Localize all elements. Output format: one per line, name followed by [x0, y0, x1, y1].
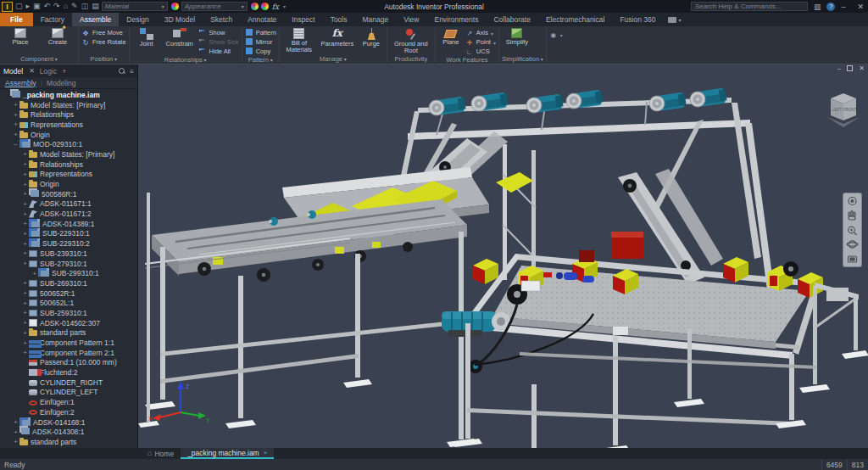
- tree-item[interactable]: +SUB-259310:1: [0, 308, 137, 318]
- tree-expand-toggle[interactable]: +: [31, 270, 38, 277]
- bill-of-materials-button[interactable]: Bill of Materials: [282, 27, 316, 53]
- tree-expand-toggle[interactable]: +: [21, 349, 29, 356]
- tree-item[interactable]: +SUB-229310:2: [0, 238, 137, 249]
- undo-icon[interactable]: ↶: [44, 1, 51, 12]
- tree-item[interactable]: +ADSK-011671:2: [0, 209, 137, 219]
- menu-icon[interactable]: ≡: [130, 67, 134, 76]
- clear-sphere-icon[interactable]: [261, 3, 269, 10]
- ribbon-tab-fusion-360[interactable]: Fusion 360: [612, 13, 663, 26]
- tree-item[interactable]: +500652L:1: [0, 298, 137, 308]
- close-button[interactable]: ✕: [857, 2, 864, 12]
- search-input[interactable]: [691, 2, 808, 11]
- tab-model[interactable]: Model: [3, 67, 23, 76]
- tree-item[interactable]: CYLINDER_RIGHT: [0, 378, 137, 388]
- show-sick-button[interactable]: Show Sick: [198, 38, 239, 47]
- appearance-dropdown[interactable]: Appearance ▾: [181, 2, 248, 11]
- new-file-icon[interactable]: ▢: [15, 1, 23, 12]
- tree-item[interactable]: +Model States: [Primary]: [0, 149, 137, 159]
- tree-expand-toggle[interactable]: +: [21, 181, 29, 188]
- tree-item[interactable]: +ADSK-011671:1: [0, 199, 137, 210]
- ground-and-root-button[interactable]: Ground and Root: [390, 27, 432, 54]
- subtab-assembly[interactable]: Assembly: [5, 79, 36, 87]
- tree-expand-toggle[interactable]: +: [12, 418, 19, 426]
- tree-item[interactable]: +500652R:1: [0, 288, 137, 299]
- tree-item[interactable]: Einfügen:1: [0, 397, 137, 407]
- create-button[interactable]: Create: [40, 27, 75, 46]
- tree-expand-toggle[interactable]: +: [12, 438, 19, 445]
- tree-expand-toggle[interactable]: +: [21, 249, 29, 257]
- tree-item[interactable]: +Component Pattern 2:1: [0, 348, 137, 358]
- minimize-button[interactable]: –: [841, 2, 845, 12]
- tree-expand-toggle[interactable]: −: [12, 141, 19, 148]
- ribbon-tab-3d-model[interactable]: 3D Model: [157, 13, 203, 26]
- home-icon[interactable]: ⌂: [64, 1, 68, 12]
- tree-item[interactable]: +Component Pattern 1:1: [0, 338, 137, 348]
- show-button[interactable]: Show: [198, 29, 239, 37]
- ribbon-tab-manage[interactable]: Manage: [354, 13, 396, 26]
- doc-minimize-button[interactable]: –: [837, 64, 841, 73]
- work-features-group-footer[interactable]: Work Features: [438, 56, 496, 64]
- tab-home[interactable]: ⌂Home: [141, 448, 181, 459]
- tree-item[interactable]: +Relationships: [0, 159, 137, 170]
- tree-expand-toggle[interactable]: +: [21, 260, 29, 267]
- place-button[interactable]: Place: [3, 27, 38, 46]
- measure-icon[interactable]: ◫: [81, 1, 89, 12]
- tree-expand-toggle[interactable]: +: [12, 428, 19, 436]
- tree-item[interactable]: CYLINDER_LEFT: [0, 388, 137, 398]
- tree-expand-toggle[interactable]: +: [21, 309, 29, 316]
- redo-icon[interactable]: ↷: [53, 1, 60, 12]
- ribbon-tab-tools[interactable]: Tools: [323, 13, 355, 26]
- open-file-icon[interactable]: ▸: [26, 1, 31, 12]
- ucs-button[interactable]: ∟UCS: [465, 48, 496, 56]
- ribbon-tab-file[interactable]: File: [0, 13, 33, 26]
- axis-button[interactable]: ↗Axis▾: [465, 29, 496, 37]
- tree-item[interactable]: +ADSK-014389:1: [0, 219, 137, 229]
- free-rotate-button[interactable]: ↻Free Rotate: [81, 38, 126, 47]
- tab-active-document[interactable]: _packing machine.iam×: [181, 448, 274, 459]
- ribbon-tab-sketch[interactable]: Sketch: [203, 13, 240, 26]
- tree-item[interactable]: _packing machine.iam: [0, 90, 137, 100]
- pattern-group-footer[interactable]: Pattern: [245, 56, 276, 64]
- tree-item[interactable]: +SUB-279310:1: [0, 259, 137, 269]
- parameters-button[interactable]: Parameters: [318, 27, 357, 48]
- webcam-addin-icon[interactable]: ▾: [668, 13, 681, 26]
- tree-expand-toggle[interactable]: +: [21, 150, 29, 158]
- tree-item[interactable]: +ADSK-014168:1: [0, 417, 137, 428]
- ribbon-tab-inspect[interactable]: Inspect: [284, 13, 322, 26]
- tree-expand-toggle[interactable]: +: [21, 230, 29, 238]
- tree-expand-toggle[interactable]: +: [21, 171, 29, 178]
- purge-button[interactable]: Purge: [359, 27, 384, 48]
- tree-expand-toggle[interactable]: +: [21, 220, 29, 227]
- pattern-button[interactable]: Pattern: [245, 29, 276, 37]
- ribbon-tab-design[interactable]: Design: [119, 13, 156, 26]
- tree-item[interactable]: +Representations: [0, 170, 137, 180]
- subtab-modeling[interactable]: Modeling: [47, 79, 76, 87]
- tree-item[interactable]: Einfügen:2: [0, 407, 137, 417]
- tree-item[interactable]: +500586R:1: [0, 189, 137, 199]
- tab-logic[interactable]: Logic: [40, 67, 57, 76]
- tree-expand-toggle[interactable]: +: [21, 240, 29, 248]
- tree-expand-toggle[interactable]: +: [21, 319, 29, 327]
- tree-expand-toggle[interactable]: +: [21, 200, 29, 208]
- qat-customize-chevron-icon[interactable]: ▾: [283, 3, 286, 9]
- tree-item[interactable]: +Origin: [0, 179, 137, 189]
- color-sphere-icon[interactable]: [171, 3, 179, 10]
- close-icon[interactable]: ×: [264, 449, 268, 456]
- component-group-footer[interactable]: Component: [3, 55, 75, 64]
- tree-item[interactable]: +Representations: [0, 120, 137, 130]
- ribbon-extra-tool-button[interactable]: ◉▾: [549, 31, 563, 39]
- tree-expand-toggle[interactable]: +: [21, 279, 29, 287]
- tree-item[interactable]: +SUB-299310:1: [0, 268, 137, 278]
- point-button[interactable]: ✛Point▾: [465, 38, 496, 47]
- tree-expand-toggle[interactable]: +: [21, 160, 29, 168]
- simplify-button[interactable]: Simplify: [502, 27, 532, 46]
- tree-expand-toggle[interactable]: +: [21, 210, 29, 218]
- parameters-fx-icon[interactable]: fx: [272, 3, 279, 11]
- search-icon[interactable]: [119, 68, 125, 75]
- sketch-icon[interactable]: ✎: [71, 1, 78, 12]
- ribbon-tab-environments[interactable]: Environments: [426, 13, 486, 26]
- help-icon[interactable]: ?: [826, 3, 835, 11]
- app-logo-icon[interactable]: I: [2, 2, 13, 12]
- navigation-bar[interactable]: [843, 193, 861, 266]
- ribbon-tab-assemble[interactable]: Assemble: [72, 13, 119, 26]
